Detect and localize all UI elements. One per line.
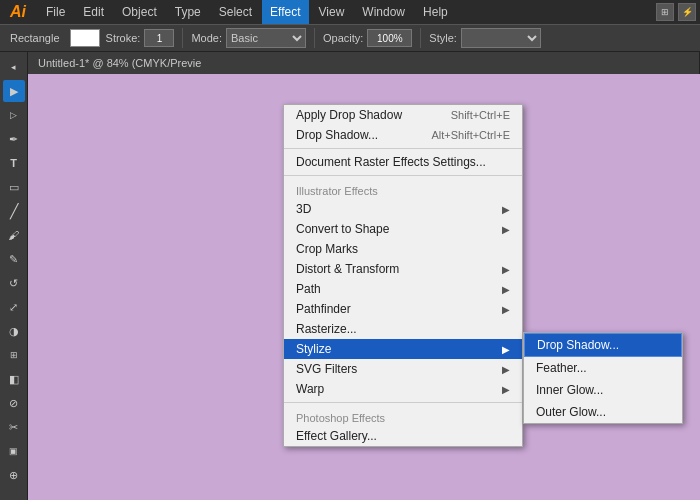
3d-item[interactable]: 3D ▶ [284, 199, 522, 219]
rectangle-tool[interactable]: ▭ [3, 176, 25, 198]
effect-gallery-item[interactable]: Effect Gallery... [284, 426, 522, 446]
document-raster-label: Document Raster Effects Settings... [296, 155, 486, 169]
menu-divider-3 [284, 402, 522, 403]
distort-transform-item[interactable]: Distort & Transform ▶ [284, 259, 522, 279]
rasterize-item[interactable]: Rasterize... [284, 319, 522, 339]
stylize-submenu[interactable]: Drop Shadow... Feather... Inner Glow... … [523, 332, 683, 424]
path-item[interactable]: Path ▶ [284, 279, 522, 299]
menu-help[interactable]: Help [415, 0, 456, 24]
stylize-item[interactable]: Stylize ▶ [284, 339, 522, 359]
canvas-area: Untitled-1* @ 84% (CMYK/Previe Apply Dro… [28, 52, 700, 500]
crop-marks-label: Crop Marks [296, 242, 358, 256]
line-tool[interactable]: ╱ [3, 200, 25, 222]
menu-bar-right: ⊞ ⚡ [656, 3, 696, 21]
rotate-tool[interactable]: ↺ [3, 272, 25, 294]
pathfinder-arrow: ▶ [502, 304, 510, 315]
selection-tool[interactable]: ▶ [3, 80, 25, 102]
svg-filters-item[interactable]: SVG Filters ▶ [284, 359, 522, 379]
paintbrush-tool[interactable]: 🖌 [3, 224, 25, 246]
outer-glow-submenu-label: Outer Glow... [536, 405, 606, 419]
svg-filters-label: SVG Filters [296, 362, 357, 376]
apply-drop-shadow-item[interactable]: Apply Drop Shadow Shift+Ctrl+E [284, 105, 522, 125]
convert-to-shape-label: Convert to Shape [296, 222, 389, 236]
menu-window[interactable]: Window [354, 0, 413, 24]
effect-dropdown-menu[interactable]: Apply Drop Shadow Shift+Ctrl+E Drop Shad… [283, 104, 523, 447]
apply-drop-shadow-label: Apply Drop Shadow [296, 108, 402, 122]
stylize-label: Stylize [296, 342, 331, 356]
toolbar-separator-1 [182, 28, 183, 48]
warp-arrow: ▶ [502, 384, 510, 395]
scale-tool[interactable]: ⤢ [3, 296, 25, 318]
convert-to-shape-arrow: ▶ [502, 224, 510, 235]
warp-item[interactable]: Warp ▶ [284, 379, 522, 399]
crop-marks-item[interactable]: Crop Marks [284, 239, 522, 259]
eyedropper-tool[interactable]: ⊘ [3, 392, 25, 414]
toolbar: Rectangle Stroke: Mode: Basic Opacity: S… [0, 24, 700, 52]
toolbar-separator-3 [420, 28, 421, 48]
feather-submenu-item[interactable]: Feather... [524, 357, 682, 379]
mode-select[interactable]: Basic [226, 28, 306, 48]
menu-select[interactable]: Select [211, 0, 260, 24]
opacity-input[interactable] [367, 29, 412, 47]
blend-tool[interactable]: ◑ [3, 320, 25, 342]
fill-box[interactable] [70, 29, 100, 47]
type-tool[interactable]: T [3, 152, 25, 174]
style-label: Style: [429, 32, 457, 44]
pathfinder-label: Pathfinder [296, 302, 351, 316]
opacity-label: Opacity: [323, 32, 363, 44]
gradient-tool[interactable]: ◧ [3, 368, 25, 390]
pen-tool[interactable]: ✒ [3, 128, 25, 150]
menu-view[interactable]: View [311, 0, 353, 24]
menu-object[interactable]: Object [114, 0, 165, 24]
rasterize-label: Rasterize... [296, 322, 357, 336]
tools-panel: ◂ ▶ ▷ ✒ T ▭ ╱ 🖌 ✎ ↺ ⤢ ◑ ⊞ ◧ ⊘ ✂ ▣ ⊕ [0, 52, 28, 500]
menu-effect[interactable]: Effect [262, 0, 308, 24]
menu-bar: Ai File Edit Object Type Select Effect V… [0, 0, 700, 24]
3d-arrow: ▶ [502, 204, 510, 215]
style-select[interactable] [461, 28, 541, 48]
drop-shadow-submenu-label: Drop Shadow... [537, 338, 619, 352]
inner-glow-submenu-label: Inner Glow... [536, 383, 603, 397]
arrange-icon-1[interactable]: ⊞ [656, 3, 674, 21]
scissors-tool[interactable]: ✂ [3, 416, 25, 438]
drop-shadow-label: Drop Shadow... [296, 128, 378, 142]
mode-label: Mode: [191, 32, 222, 44]
stroke-label: Stroke: [106, 32, 141, 44]
document-raster-item[interactable]: Document Raster Effects Settings... [284, 152, 522, 172]
apply-drop-shadow-shortcut: Shift+Ctrl+E [451, 109, 510, 121]
photoshop-effects-label: Photoshop Effects [284, 406, 522, 426]
convert-to-shape-item[interactable]: Convert to Shape ▶ [284, 219, 522, 239]
canvas-tab[interactable]: Untitled-1* @ 84% (CMYK/Previe [28, 52, 700, 74]
menu-file[interactable]: File [38, 0, 73, 24]
svg-filters-arrow: ▶ [502, 364, 510, 375]
menu-type[interactable]: Type [167, 0, 209, 24]
outer-glow-submenu-item[interactable]: Outer Glow... [524, 401, 682, 423]
menu-divider-2 [284, 175, 522, 176]
menu-edit[interactable]: Edit [75, 0, 112, 24]
pencil-tool[interactable]: ✎ [3, 248, 25, 270]
3d-label: 3D [296, 202, 311, 216]
path-arrow: ▶ [502, 284, 510, 295]
pathfinder-item[interactable]: Pathfinder ▶ [284, 299, 522, 319]
stroke-input[interactable] [144, 29, 174, 47]
inner-glow-submenu-item[interactable]: Inner Glow... [524, 379, 682, 401]
drop-shadow-submenu-item[interactable]: Drop Shadow... [524, 333, 682, 357]
drop-shadow-item[interactable]: Drop Shadow... Alt+Shift+Ctrl+E [284, 125, 522, 145]
tool-name: Rectangle [6, 30, 64, 46]
toolbar-separator-2 [314, 28, 315, 48]
drop-shadow-shortcut: Alt+Shift+Ctrl+E [431, 129, 510, 141]
feather-submenu-label: Feather... [536, 361, 587, 375]
warp-label: Warp [296, 382, 324, 396]
app-logo: Ai [4, 3, 32, 21]
menu-divider-1 [284, 148, 522, 149]
effect-gallery-label: Effect Gallery... [296, 429, 377, 443]
mesh-tool[interactable]: ⊞ [3, 344, 25, 366]
arrange-icon-2[interactable]: ⚡ [678, 3, 696, 21]
artboard-tool[interactable]: ▣ [3, 440, 25, 462]
distort-transform-label: Distort & Transform [296, 262, 399, 276]
zoom-tool[interactable]: ⊕ [3, 464, 25, 486]
illustrator-effects-label: Illustrator Effects [284, 179, 522, 199]
collapse-icon[interactable]: ◂ [3, 56, 25, 78]
direct-selection-tool[interactable]: ▷ [3, 104, 25, 126]
distort-arrow: ▶ [502, 264, 510, 275]
